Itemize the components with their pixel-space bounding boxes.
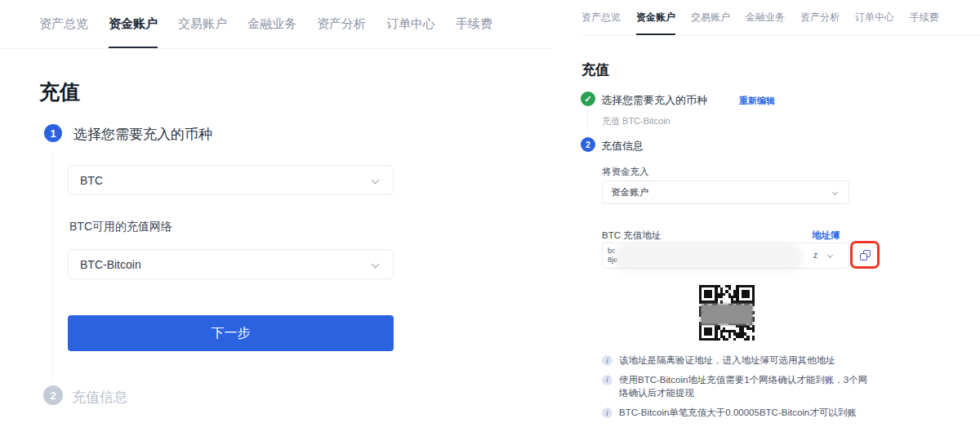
network-label: BTC可用的充值网络 — [69, 220, 172, 234]
tab-finance[interactable]: 金融业务 — [247, 0, 296, 48]
network-select-value: BTC-Bitcoin — [80, 258, 141, 271]
stepper-connector-line — [52, 152, 53, 379]
address-end-text: z — [813, 251, 817, 260]
copy-address-icon[interactable] — [860, 250, 871, 261]
tab-asset-overview[interactable]: 资产总览 — [39, 0, 88, 48]
chevron-down-icon — [827, 252, 833, 258]
tab-asset-analysis[interactable]: 资产分析 — [317, 0, 366, 48]
chevron-down-icon — [372, 176, 380, 185]
note-text: 使用BTC-Bitcoin地址充值需要1个网络确认才能到账，3个网络确认后才能提… — [619, 373, 871, 400]
step1-summary: 充值 BTC-Bitcoin — [602, 115, 670, 127]
deposit-address-select[interactable]: bc 8je z — [602, 243, 849, 269]
tab-asset-overview[interactable]: 资产总览 — [581, 0, 621, 35]
tab-fees[interactable]: 手续费 — [456, 0, 492, 48]
step1-label: 选择您需要充入的币种 — [601, 93, 707, 108]
info-icon: i — [602, 408, 612, 418]
tab-funding-account[interactable]: 资金账户 — [109, 0, 158, 48]
note-item: i 该地址是隔离验证地址，进入地址簿可选用其他地址 — [602, 354, 871, 367]
tab-asset-analysis[interactable]: 资产分析 — [800, 0, 840, 35]
account-nav: 资产总览 资金账户 交易账户 金融业务 资产分析 订单中心 手续费 — [0, 0, 554, 49]
step1-done-check-icon: ✓ — [581, 91, 595, 106]
deposit-address-label: BTC 充值地址 — [602, 229, 661, 242]
tab-trading-account[interactable]: 交易账户 — [691, 0, 730, 35]
page-title: 充值 — [39, 78, 80, 105]
network-select[interactable]: BTC-Bitcoin — [68, 249, 394, 279]
step2-label: 充值信息 — [72, 388, 127, 407]
account-nav: 资产总览 资金账户 交易账户 金融业务 资产分析 订单中心 手续费 — [581, 0, 980, 36]
step1-number-badge: 1 — [44, 124, 62, 142]
note-item: i BTC-Bitcoin单笔充值大于0.00005BTC-Bitcoin才可以… — [602, 406, 871, 420]
note-text: BTC-Bitcoin单笔充值大于0.00005BTC-Bitcoin才可以到账 — [619, 406, 871, 420]
note-text: 该地址是隔离验证地址，进入地址簿可选用其他地址 — [619, 354, 871, 367]
stepper-connector-line — [587, 109, 588, 135]
step2-number-badge: 2 — [581, 137, 595, 152]
deposit-to-label: 将资金充入 — [602, 166, 649, 178]
tab-order-center[interactable]: 订单中心 — [386, 0, 435, 48]
account-select-value: 资金账户 — [611, 186, 648, 198]
tab-fees[interactable]: 手续费 — [910, 0, 939, 35]
chevron-down-icon — [832, 189, 838, 195]
re-edit-link[interactable]: 重新编辑 — [739, 95, 775, 107]
step2-number-badge: 2 — [43, 385, 63, 405]
qr-blurred-region — [701, 304, 753, 325]
address-book-link[interactable]: 地址簿 — [812, 229, 840, 242]
info-icon: i — [602, 375, 612, 385]
currency-select[interactable]: BTC — [68, 165, 394, 195]
deposit-qr-code — [699, 285, 755, 342]
info-icon: i — [602, 355, 612, 366]
chevron-down-icon — [372, 261, 380, 269]
tab-funding-account[interactable]: 资金账户 — [636, 0, 675, 35]
account-select[interactable]: 资金账户 — [602, 180, 849, 204]
currency-select-value: BTC — [80, 174, 103, 187]
copy-button-highlight-annotation — [850, 241, 880, 269]
page-title: 充值 — [581, 60, 609, 79]
deposit-step1-page: 资产总览 资金账户 交易账户 金融业务 资产分析 订单中心 手续费 充值 1 选… — [0, 0, 554, 432]
note-item: i 使用BTC-Bitcoin地址充值需要1个网络确认才能到账，3个网络确认后才… — [602, 373, 871, 400]
tab-trading-account[interactable]: 交易账户 — [178, 0, 227, 48]
deposit-notes: i 该地址是隔离验证地址，进入地址簿可选用其他地址 i 使用BTC-Bitcoi… — [602, 354, 871, 425]
address-blurred-region — [616, 244, 801, 267]
step2-label: 充值信息 — [601, 139, 644, 154]
step1-label: 选择您需要充入的币种 — [74, 125, 212, 144]
copy-icon-front-square — [860, 253, 867, 261]
next-step-button[interactable]: 下一步 — [68, 315, 394, 351]
tab-order-center[interactable]: 订单中心 — [855, 0, 894, 35]
tab-finance[interactable]: 金融业务 — [746, 0, 785, 35]
deposit-step2-page: 资产总览 资金账户 交易账户 金融业务 资产分析 订单中心 手续费 充值 ✓ 选… — [581, 0, 980, 432]
